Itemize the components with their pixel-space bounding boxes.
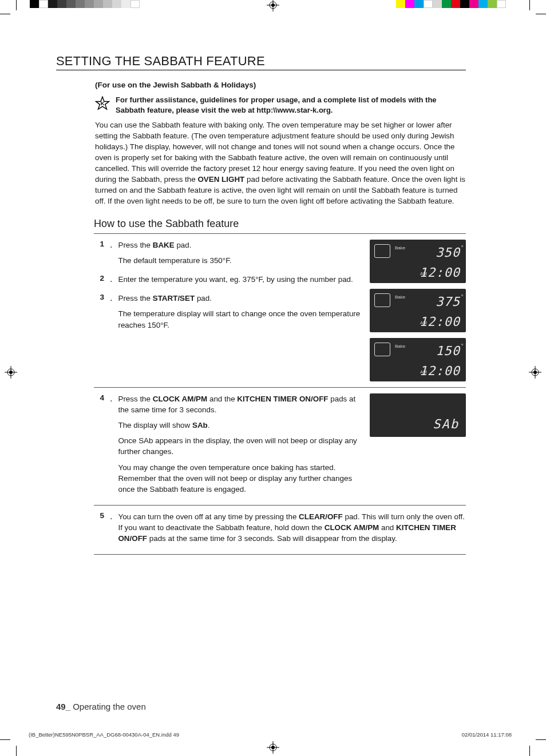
step-number: 1 — [94, 240, 104, 270]
bake-label: Bake — [395, 344, 405, 349]
step-text: and the — [207, 395, 237, 403]
crop-mark — [0, 739, 10, 740]
step-text: You may change the oven temperature once… — [118, 462, 361, 495]
star-k-icon: K — [95, 96, 110, 111]
step-text: pads at the same time for 3 seconds. Sab… — [147, 534, 397, 543]
step-num-dot: . — [110, 393, 112, 499]
step-text: Press the — [118, 395, 152, 403]
step-num-dot: . — [110, 274, 112, 289]
display-clock: 12:00 — [420, 364, 460, 378]
bake-label: Bake — [395, 295, 405, 300]
step-text: and — [379, 523, 396, 532]
display-temp: 350 — [436, 245, 460, 260]
display-clock: 12:00 — [420, 315, 460, 329]
crop-mark — [529, 746, 530, 756]
crop-mark — [16, 0, 17, 10]
step-text: The display will show — [118, 421, 192, 429]
startset-bold: START/SET — [153, 294, 195, 303]
step-text: The temperature display will start to ch… — [118, 308, 361, 330]
crop-mark — [0, 14, 10, 14]
intro-paragraph: You can use the Sabbath feature with bak… — [95, 120, 466, 206]
crop-mark — [536, 739, 546, 740]
step-text: You can turn the oven off at any time by… — [118, 512, 299, 521]
display-temp: 375 — [436, 295, 460, 309]
footer-page-number: 49_ — [56, 702, 70, 711]
step-number: 4 — [94, 393, 104, 499]
step-num-dot: . — [110, 240, 112, 270]
step-num-dot: . — [110, 293, 112, 335]
crop-mark — [529, 0, 530, 10]
step-text: pad. — [175, 241, 192, 249]
step-text: Once SAb appears in the display, the ove… — [118, 435, 361, 457]
crop-mark — [536, 14, 546, 14]
step-text: pad. — [195, 294, 212, 303]
step-row: 4. Press the CLOCK AM/PM and the KITCHEN… — [94, 387, 466, 504]
display-temp: 150 — [436, 344, 460, 358]
oven-display-figure: Bake 350° AM 12:00 — [370, 240, 466, 283]
page-title: SETTING THE SABBATH FEATURE — [56, 54, 466, 70]
assist-text: For further assiistance, guidelines for … — [116, 95, 466, 115]
step-text: Press the — [118, 241, 152, 249]
step-row: 5. You can turn the oven off at any time… — [94, 505, 466, 554]
colorbar-right — [396, 0, 506, 8]
slug-left: (IB_Better)NE595N0PBSR_AA_DG68-00430A-04… — [29, 731, 179, 738]
timer-bold: KITCHEN TIMER ON/OFF — [237, 395, 328, 403]
registration-mark-icon — [267, 741, 279, 754]
display-clock: 12:00 — [420, 265, 460, 280]
bake-bold: BAKE — [153, 241, 175, 249]
registration-mark-icon — [5, 366, 17, 379]
registration-mark-icon — [267, 0, 279, 11]
registration-mark-icon — [529, 366, 541, 379]
oven-display-figure: Bake 150° AM 12:00 — [370, 338, 466, 381]
clearoff-bold: CLEAR/OFF — [299, 512, 343, 521]
bake-label: Bake — [395, 245, 405, 250]
clock-bold: CLOCK AM/PM — [153, 395, 207, 403]
clock-bold: CLOCK AM/PM — [325, 523, 379, 532]
footer-section: Operating the oven — [70, 702, 146, 711]
step-number: 2 — [94, 274, 104, 289]
step-number: 5 — [94, 511, 104, 548]
step-text: Enter the temperature you want, eg. 375°… — [118, 274, 361, 285]
crop-mark — [16, 746, 17, 756]
page-footer: 49_ Operating the oven — [56, 702, 146, 711]
howto-heading: How to use the Sabbath feature — [94, 218, 466, 230]
oven-light-bold: OVEN LIGHT — [197, 175, 244, 184]
svg-text:K: K — [101, 101, 105, 106]
step-text: . — [208, 421, 210, 429]
colorbar-left — [30, 0, 140, 8]
step-row: 1. Press the BAKE pad. The default tempe… — [94, 233, 466, 387]
display-sab: SAb — [433, 417, 459, 431]
intro-text-a: You can use the Sabbath feature with bak… — [95, 121, 455, 184]
slug-right: 02/01/2014 11:17:08 — [462, 731, 512, 738]
oven-display-figure: Bake 375° AM 12:00 — [370, 289, 466, 332]
sab-bold: SAb — [192, 421, 208, 429]
step-text: Press the — [118, 294, 152, 303]
oven-display-figure: SAb — [370, 393, 466, 437]
step-num-dot: . — [110, 511, 112, 548]
step-number: 3 — [94, 293, 104, 335]
step-text: The default temperature is 350°F. — [118, 255, 361, 266]
subtitle: (For use on the Jewish Sabbath & Holiday… — [95, 81, 466, 89]
